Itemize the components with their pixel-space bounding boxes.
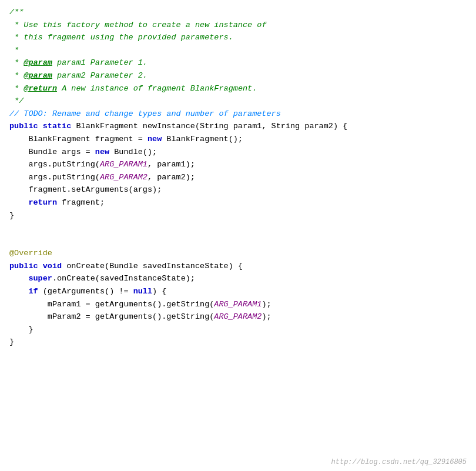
code-line: // TODO: Rename and change types and num… — [0, 108, 476, 121]
code-line: */ — [0, 95, 476, 108]
code-token: , param2); — [148, 171, 195, 184]
code-line: * this fragment using the provided param… — [0, 31, 476, 44]
code-token: fragment; — [57, 196, 105, 209]
code-token: } — [9, 336, 14, 349]
code-token: */ — [9, 95, 24, 108]
code-token: args.putString( — [9, 171, 100, 184]
code-line: * @param param1 Parameter 1. — [0, 56, 476, 69]
code-token: new — [148, 133, 162, 146]
code-token: of — [257, 19, 266, 32]
code-token: public — [9, 260, 38, 273]
code-line: public static BlankFragment newInstance(… — [0, 120, 476, 133]
code-token: void — [43, 260, 62, 273]
code-token: ARG_PARAM2 — [100, 171, 148, 184]
code-token — [38, 120, 43, 133]
code-token: return — [28, 196, 57, 209]
code-token: ); — [262, 310, 271, 323]
code-token: ) { — [152, 285, 166, 298]
code-token: * — [9, 56, 24, 69]
code-token: * this fragment using the provided param… — [9, 31, 233, 44]
code-token: fragment.setArguments(args); — [9, 183, 162, 196]
watermark: http://blog.csdn.net/qq_32916805 — [331, 457, 467, 466]
code-line: if (getArguments() != null) { — [0, 285, 476, 298]
code-token: @param — [24, 56, 52, 69]
code-token: Parameter 2. — [86, 69, 148, 82]
code-token: BlankFragment newInstance(String param1,… — [71, 120, 347, 133]
code-line: * Use this factory method to create a ne… — [0, 19, 476, 32]
code-token: * — [9, 44, 19, 57]
code-token — [9, 196, 28, 209]
code-line: fragment.setArguments(args); — [0, 183, 476, 196]
code-token: mParam1 = getArguments().getString( — [9, 298, 214, 311]
code-line: * @param param2 Parameter 2. — [0, 69, 476, 82]
code-token: ); — [262, 298, 271, 311]
code-line: Bundle args = new Bundle(); — [0, 146, 476, 159]
code-line — [0, 235, 476, 248]
code-token: param1 — [52, 56, 86, 69]
code-line: * — [0, 44, 476, 57]
code-line: * @return A new instance of fragment Bla… — [0, 82, 476, 95]
code-token — [9, 285, 28, 298]
code-token: ARG_PARAM1 — [214, 298, 262, 311]
code-token: , param1); — [148, 158, 195, 171]
code-token: onCreate(Bundle savedInstanceState) { — [62, 260, 243, 273]
code-token — [38, 260, 43, 273]
code-line: args.putString(ARG_PARAM1, param1); — [0, 158, 476, 171]
code-token: Bundle args = — [9, 146, 95, 159]
code-line: mParam1 = getArguments().getString(ARG_P… — [0, 298, 476, 311]
code-token: if — [28, 285, 38, 298]
code-token: } — [9, 209, 14, 222]
code-line: public void onCreate(Bundle savedInstanc… — [0, 260, 476, 273]
code-token: // TODO: Rename and change types and num… — [9, 108, 281, 121]
code-token: (getArguments() != — [38, 285, 133, 298]
code-token: } — [9, 323, 33, 336]
code-token: * — [9, 82, 24, 95]
code-token: param2 — [52, 69, 86, 82]
code-container: /** * Use this factory method to create … — [0, 0, 476, 471]
code-token: null — [133, 285, 152, 298]
code-token: BlankFragment(); — [162, 133, 243, 146]
code-line: super.onCreate(savedInstanceState); — [0, 272, 476, 285]
code-line: @Override — [0, 247, 476, 260]
code-line: } — [0, 209, 476, 222]
code-token: super — [28, 272, 52, 285]
code-token: Parameter 1. — [86, 56, 148, 69]
code-token: A new instance of fragment BlankFragment… — [57, 82, 257, 95]
code-line: return fragment; — [0, 196, 476, 209]
code-token: @Override — [9, 247, 52, 260]
code-line: BlankFragment fragment = new BlankFragme… — [0, 133, 476, 146]
code-token: @param — [24, 69, 52, 82]
code-token: * Use this factory method to create a ne… — [9, 19, 257, 32]
code-line — [0, 222, 476, 235]
code-token: args.putString( — [9, 158, 100, 171]
code-token: /** — [9, 6, 24, 19]
code-token: .onCreate(savedInstanceState); — [52, 272, 195, 285]
code-line: /** — [0, 6, 476, 19]
code-token: * — [9, 69, 24, 82]
code-token: ARG_PARAM1 — [100, 158, 148, 171]
code-line: mParam2 = getArguments().getString(ARG_P… — [0, 310, 476, 323]
code-line: } — [0, 336, 476, 349]
code-lines: /** * Use this factory method to create … — [0, 6, 476, 349]
code-line: args.putString(ARG_PARAM2, param2); — [0, 171, 476, 184]
code-token: @return — [24, 82, 57, 95]
code-token: Bundle(); — [109, 146, 157, 159]
code-token: new — [95, 146, 109, 159]
code-line: } — [0, 323, 476, 336]
code-token: public — [9, 120, 38, 133]
code-token: BlankFragment fragment = — [9, 133, 148, 146]
code-token: mParam2 = getArguments().getString( — [9, 310, 214, 323]
code-token — [9, 272, 28, 285]
code-token: ARG_PARAM2 — [214, 310, 262, 323]
code-token: static — [43, 120, 72, 133]
